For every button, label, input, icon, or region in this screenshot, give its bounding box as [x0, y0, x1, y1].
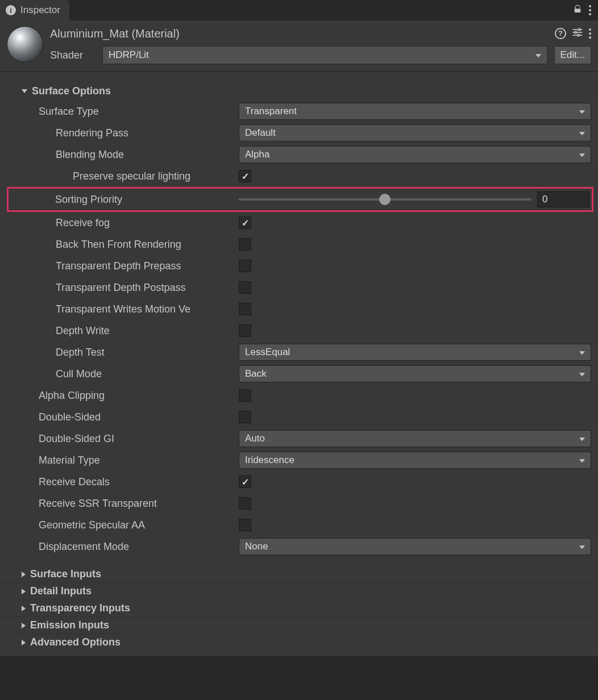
highlight-sorting-priority: Sorting Priority 0 [7, 187, 593, 212]
inspector-tab[interactable]: i Inspector [0, 0, 69, 20]
checkbox-receive-fog[interactable] [239, 216, 251, 229]
foldout-arrow-icon [22, 606, 26, 611]
edit-button[interactable]: Edit... [554, 46, 591, 64]
row-sorting-priority: Sorting Priority 0 [9, 190, 589, 209]
number-field-sorting-priority[interactable]: 0 [537, 191, 589, 207]
section-title: Advanced Options [30, 636, 121, 648]
checkbox-depth-prepass[interactable] [239, 260, 251, 272]
foldout-arrow-icon [22, 89, 27, 93]
row-depth-prepass: Transparent Depth Prepass [7, 255, 591, 277]
tab-label: Inspector [20, 5, 60, 16]
row-depth-test: Depth Test LessEqual [7, 341, 591, 363]
svg-point-6 [578, 34, 579, 36]
foldout-arrow-icon [22, 623, 26, 628]
row-material-type: Material Type Iridescence [7, 449, 591, 471]
inspector-body: Surface Options Surface Type Transparent… [0, 72, 598, 656]
dropdown-cull-mode[interactable]: Back [239, 365, 591, 382]
row-receive-fog: Receive fog [7, 212, 591, 234]
foldout-arrow-icon [22, 572, 26, 577]
shader-dropdown[interactable]: HDRP/Lit [102, 46, 547, 64]
dropdown-material-type[interactable]: Iridescence [239, 452, 591, 469]
material-preview-sphere[interactable] [7, 26, 43, 63]
row-alpha-clipping: Alpha Clipping [7, 385, 591, 406]
row-depth-postpass: Transparent Depth Postpass [7, 277, 591, 298]
row-double-sided-gi: Double-Sided GI Auto [7, 428, 591, 449]
slider-thumb[interactable] [379, 194, 391, 205]
slider-sorting-priority[interactable] [238, 198, 531, 201]
row-preserve-specular: Preserve specular lighting [7, 165, 591, 187]
row-receive-decals: Receive Decals [7, 471, 591, 493]
row-back-then-front: Back Then Front Rendering [7, 234, 591, 255]
row-receive-ssr: Receive SSR Transparent [7, 493, 591, 514]
checkbox-receive-ssr[interactable] [239, 497, 251, 510]
section-title: Surface Inputs [30, 568, 101, 580]
foldout-detail-inputs[interactable]: Detail Inputs [0, 582, 598, 599]
row-double-sided: Double-Sided [7, 406, 591, 428]
foldout-arrow-icon [22, 589, 26, 594]
settings-sliders-icon[interactable] [572, 27, 583, 40]
checkbox-back-then-front[interactable] [239, 238, 251, 251]
svg-rect-0 [575, 9, 581, 13]
checkbox-receive-decals[interactable] [239, 476, 251, 488]
checkbox-geometric-aa[interactable] [239, 519, 251, 531]
svg-point-2 [579, 28, 580, 30]
row-surface-type: Surface Type Transparent [7, 101, 591, 122]
dropdown-blending-mode[interactable]: Alpha [239, 146, 591, 163]
row-displacement: Displacement Mode None [7, 536, 591, 557]
foldout-arrow-icon [22, 640, 26, 645]
row-geometric-aa: Geometric Specular AA [7, 514, 591, 536]
section-title: Transparency Inputs [30, 602, 130, 614]
dropdown-displacement[interactable]: None [239, 538, 591, 555]
lock-icon[interactable] [573, 5, 582, 16]
foldout-emission-inputs[interactable]: Emission Inputs [0, 616, 598, 634]
dropdown-rendering-pass[interactable]: Default [239, 124, 591, 141]
checkbox-writes-motion[interactable] [239, 303, 251, 315]
foldout-surface-inputs[interactable]: Surface Inputs [0, 565, 598, 582]
dropdown-surface-type[interactable]: Transparent [239, 103, 591, 120]
header-kebab-icon[interactable] [589, 28, 591, 39]
foldout-surface-options[interactable]: Surface Options [0, 83, 598, 99]
section-title: Detail Inputs [30, 585, 92, 597]
dropdown-double-sided-gi[interactable]: Auto [239, 430, 591, 447]
shader-label: Shader [50, 49, 95, 61]
tab-bar: i Inspector [0, 0, 598, 20]
section-title: Emission Inputs [30, 619, 109, 631]
material-header: Aluminium_Mat (Material) ? Shader HDRP/L… [0, 20, 598, 72]
svg-point-4 [575, 31, 576, 33]
section-surface-options: Surface Options Surface Type Transparent… [0, 83, 598, 565]
material-title: Aluminium_Mat (Material) [50, 26, 180, 40]
checkbox-alpha-clipping[interactable] [239, 389, 251, 402]
checkbox-depth-write[interactable] [239, 324, 251, 337]
row-cull-mode: Cull Mode Back [7, 363, 591, 385]
checkbox-preserve-specular[interactable] [239, 170, 251, 182]
dropdown-depth-test[interactable]: LessEqual [239, 344, 591, 361]
row-blending-mode: Blending Mode Alpha [7, 144, 591, 165]
info-icon: i [6, 5, 16, 15]
row-writes-motion: Transparent Writes Motion Ve [7, 298, 591, 320]
foldout-advanced-options[interactable]: Advanced Options [0, 634, 598, 651]
checkbox-depth-postpass[interactable] [239, 281, 251, 294]
checkbox-double-sided[interactable] [239, 411, 251, 423]
row-depth-write: Depth Write [7, 320, 591, 341]
row-rendering-pass: Rendering Pass Default [7, 122, 591, 144]
help-icon[interactable]: ? [555, 28, 566, 39]
kebab-menu-icon[interactable] [589, 5, 591, 15]
section-title: Surface Options [32, 85, 111, 97]
foldout-transparency-inputs[interactable]: Transparency Inputs [0, 599, 598, 616]
